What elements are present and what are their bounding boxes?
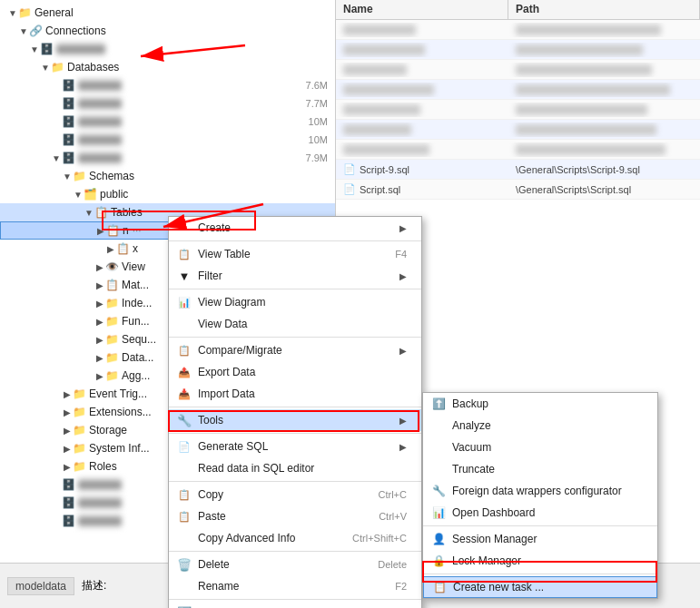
menu-item-view-data[interactable]: View Data	[169, 313, 421, 335]
dashboard-icon: 📊	[430, 506, 447, 519]
export-icon: 📤	[176, 367, 192, 378]
menu-item-refresh[interactable]: 🔄 Refresh F5	[169, 602, 421, 608]
table-n-suffix: ···	[133, 224, 142, 237]
menu-item-import-data[interactable]: 📥 Import Data	[169, 383, 421, 405]
indexes-icon: 📁	[105, 297, 119, 309]
sql-icon: 📄	[343, 163, 356, 175]
connections-label: Connections	[45, 25, 106, 37]
tree-item-db2[interactable]: 🗄️ xxxxxxxx 7.7M	[0, 94, 335, 113]
eventtrig-label: Event Trig...	[89, 387, 147, 400]
sep-3	[169, 337, 421, 338]
menu-item-delete[interactable]: 🗑️ Delete Delete	[169, 554, 421, 575]
sep-4	[169, 407, 421, 407]
db2-size: 7.7M	[306, 98, 335, 109]
fdw-icon: 🔧	[430, 485, 447, 497]
view-table-icon: 📋	[176, 249, 192, 260]
public-label: public	[100, 188, 128, 201]
storage-icon: 📁	[73, 424, 86, 436]
submenu-lock-manager[interactable]: 🔒 Lock Manager	[423, 550, 657, 572]
db3-label: xxxxxxxx	[78, 115, 122, 128]
databases-icon: 📁	[51, 61, 64, 74]
tree-item-connections[interactable]: ▼ 🔗 Connections	[0, 22, 335, 40]
table-x-label: x	[133, 242, 138, 255]
extra1-label: xxxxxxxx	[78, 478, 122, 491]
databases-arrow: ▼	[40, 63, 51, 73]
menu-item-create[interactable]: Create ▶	[169, 217, 421, 239]
file-row[interactable]	[336, 120, 700, 140]
submenu-dashboard[interactable]: 📊 Open Dashboard	[423, 502, 657, 524]
file-row[interactable]	[336, 140, 700, 160]
mat-icon: 📋	[105, 279, 119, 291]
submenu-sep-1	[423, 525, 657, 526]
tree-item-databases[interactable]: ▼ 📁 Databases	[0, 58, 335, 76]
tree-item-schemas[interactable]: ▼ 📁 Schemas	[0, 167, 335, 185]
schemas-label: Schemas	[89, 170, 134, 182]
sql-icon-2: 📄	[343, 183, 356, 195]
x-arrow: ▶	[105, 244, 116, 254]
root-arrow: ▼	[7, 8, 18, 18]
databases-label: Databases	[67, 61, 119, 74]
submenu-session-manager[interactable]: 👤 Session Manager	[423, 528, 657, 550]
menu-item-copy[interactable]: 📋 Copy Ctrl+C	[169, 484, 421, 505]
table-x-icon: 📋	[116, 242, 130, 255]
roles-label: Roles	[89, 460, 117, 473]
menu-item-generate-sql[interactable]: 📄 Generate SQL ▶	[169, 436, 421, 457]
extensions-label: Extensions...	[89, 406, 152, 418]
extensions-icon: 📁	[73, 406, 86, 418]
file-row[interactable]	[336, 40, 700, 60]
file-path-6	[508, 123, 700, 137]
schemas-icon: 📁	[73, 170, 86, 182]
root-folder-icon: 📁	[18, 6, 32, 19]
menu-item-export-data[interactable]: 📤 Export Data	[169, 361, 421, 383]
db-icon-2: 🗄️	[62, 79, 75, 92]
file-row[interactable]	[336, 100, 700, 120]
menu-item-compare-migrate[interactable]: 📋 Compare/Migrate ▶	[169, 339, 421, 361]
datatypes-label: Data...	[122, 351, 153, 364]
file-row-scriptsql[interactable]: 📄 Script.sql \General\Scripts\Script.sql	[336, 180, 700, 200]
submenu-truncate[interactable]: Truncate	[423, 458, 657, 480]
submenu-fdw[interactable]: 🔧 Foreign data wrappers configurator	[423, 480, 657, 502]
file-path-script9: \General\Scripts\Script-9.sql	[508, 162, 700, 177]
menu-item-paste[interactable]: 📋 Paste Ctrl+V	[169, 505, 421, 527]
file-row[interactable]	[336, 20, 700, 40]
submenu-vacuum[interactable]: Vacuum	[423, 436, 657, 458]
db4-size: 10M	[309, 134, 335, 145]
sep-8	[169, 599, 421, 600]
file-row[interactable]	[336, 80, 700, 100]
menu-item-view-table[interactable]: 📋 View Table F4	[169, 243, 421, 265]
lock-manager-icon: 🔒	[430, 554, 447, 567]
db-icon-3: 🗄️	[62, 97, 75, 110]
file-row[interactable]	[336, 60, 700, 80]
menu-item-view-diagram[interactable]: 📊 View Diagram	[169, 291, 421, 313]
tree-item-db3[interactable]: 🗄️ xxxxxxxx 10M	[0, 113, 335, 131]
file-row-script9[interactable]: 📄 Script-9.sql \General\Scripts\Script-9…	[336, 160, 700, 180]
db-icon-4: 🗄️	[62, 115, 75, 128]
compare-arrow: ▶	[399, 346, 407, 356]
sep-6	[169, 481, 421, 482]
file-path-7	[508, 142, 700, 157]
tree-item-db1[interactable]: 🗄️ xxxxxxxx 7.6M	[0, 76, 335, 94]
file-name-1	[336, 23, 508, 37]
db-icon-5: 🗄️	[62, 133, 75, 146]
menu-item-filter[interactable]: ▼ Filter ▶	[169, 265, 421, 287]
submenu-create-task[interactable]: 📋 Create new task ...	[423, 576, 657, 598]
tree-item-db4[interactable]: 🗄️ xxxxxxxx 10M	[0, 131, 335, 149]
create-task-icon: 📋	[431, 581, 448, 593]
submenu-backup[interactable]: ⬆️ Backup	[423, 393, 657, 415]
db5-label: xxxxxxxx	[78, 152, 122, 164]
menu-item-copy-advanced[interactable]: Copy Advanced Info Ctrl+Shift+C	[169, 527, 421, 549]
backup-icon: ⬆️	[430, 397, 447, 410]
tree-item-public[interactable]: ▼ 🗂️ public	[0, 185, 335, 203]
col-path: Path	[508, 0, 700, 19]
menu-item-tools[interactable]: 🔧 Tools ▶	[169, 409, 421, 431]
tree-root[interactable]: ▼ 📁 General	[0, 4, 335, 22]
functions-icon: 📁	[105, 315, 119, 328]
submenu-analyze[interactable]: Analyze	[423, 415, 657, 436]
tree-item-db5[interactable]: ▼ 🗄️ xxxxxxxx 7.9M	[0, 149, 335, 167]
tables-icon: 📋	[94, 206, 108, 219]
menu-item-read-sql[interactable]: Read data in SQL editor	[169, 457, 421, 479]
sequences-icon: 📁	[105, 333, 119, 346]
tree-item-conn1[interactable]: ▼ 🗄️ xxxxxxxxx	[0, 40, 335, 58]
db1-label: xxxxxxxx	[78, 79, 122, 92]
menu-item-rename[interactable]: Rename F2	[169, 575, 421, 597]
